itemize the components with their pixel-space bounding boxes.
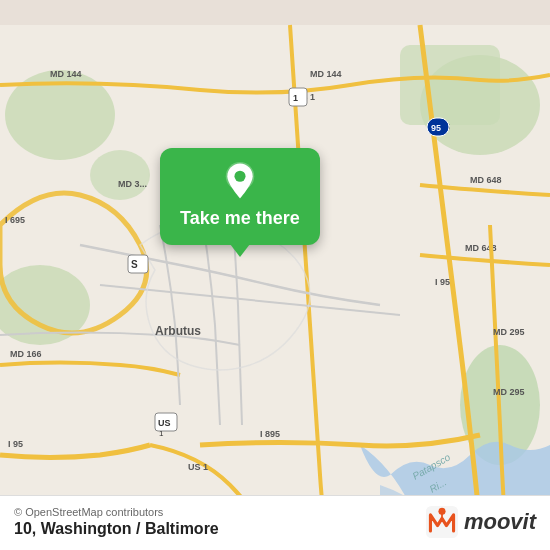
location-pin-icon bbox=[221, 162, 259, 200]
svg-text:US 1: US 1 bbox=[188, 462, 208, 472]
bottom-info: © OpenStreetMap contributors 10, Washing… bbox=[14, 506, 219, 538]
svg-text:MD 166: MD 166 bbox=[10, 349, 42, 359]
location-text: 10, Washington / Baltimore bbox=[14, 520, 219, 538]
svg-text:S: S bbox=[131, 259, 138, 270]
svg-text:95: 95 bbox=[431, 123, 441, 133]
svg-text:I 95: I 95 bbox=[8, 439, 23, 449]
take-me-there-button-label: Take me there bbox=[180, 208, 300, 229]
svg-point-4 bbox=[90, 150, 150, 200]
moovit-logo-icon bbox=[426, 506, 458, 538]
svg-text:Arbutus: Arbutus bbox=[155, 324, 201, 338]
svg-point-36 bbox=[234, 171, 245, 182]
svg-text:MD 144: MD 144 bbox=[50, 69, 82, 79]
map-background: MD 144 MD 144 US 1 I 95 I 95 MD 648 MD 6… bbox=[0, 0, 550, 550]
svg-text:I 95: I 95 bbox=[435, 277, 450, 287]
svg-text:I 895: I 895 bbox=[260, 429, 280, 439]
moovit-label: moovit bbox=[464, 509, 536, 535]
copyright-text: © OpenStreetMap contributors bbox=[14, 506, 219, 518]
popup-box[interactable]: Take me there bbox=[160, 148, 320, 245]
svg-text:I 695: I 695 bbox=[5, 215, 25, 225]
svg-text:MD 648: MD 648 bbox=[470, 175, 502, 185]
map-container: MD 144 MD 144 US 1 I 95 I 95 MD 648 MD 6… bbox=[0, 0, 550, 550]
svg-rect-5 bbox=[400, 45, 500, 125]
svg-text:1: 1 bbox=[293, 93, 298, 103]
bottom-bar: © OpenStreetMap contributors 10, Washing… bbox=[0, 495, 550, 550]
svg-text:1: 1 bbox=[159, 429, 164, 438]
svg-text:MD 144: MD 144 bbox=[310, 69, 342, 79]
svg-text:MD 3...: MD 3... bbox=[118, 179, 147, 189]
take-me-there-popup[interactable]: Take me there bbox=[160, 148, 320, 245]
svg-text:US: US bbox=[158, 418, 171, 428]
svg-text:MD 295: MD 295 bbox=[493, 387, 525, 397]
moovit-logo: moovit bbox=[426, 506, 536, 538]
svg-text:MD 295: MD 295 bbox=[493, 327, 525, 337]
